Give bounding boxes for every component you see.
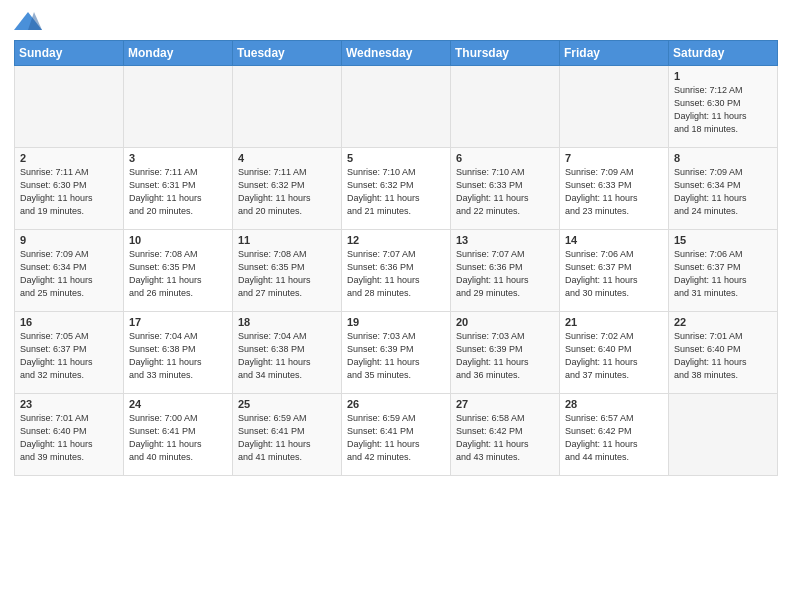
day-info: Sunrise: 7:06 AMSunset: 6:37 PMDaylight:… <box>674 248 772 300</box>
day-number: 21 <box>565 316 663 328</box>
day-cell <box>669 394 778 476</box>
day-number: 11 <box>238 234 336 246</box>
day-info: Sunrise: 7:07 AMSunset: 6:36 PMDaylight:… <box>456 248 554 300</box>
day-info: Sunrise: 7:01 AMSunset: 6:40 PMDaylight:… <box>674 330 772 382</box>
day-number: 10 <box>129 234 227 246</box>
day-cell: 23Sunrise: 7:01 AMSunset: 6:40 PMDayligh… <box>15 394 124 476</box>
day-cell: 18Sunrise: 7:04 AMSunset: 6:38 PMDayligh… <box>233 312 342 394</box>
day-cell: 22Sunrise: 7:01 AMSunset: 6:40 PMDayligh… <box>669 312 778 394</box>
day-cell <box>342 66 451 148</box>
day-info: Sunrise: 6:59 AMSunset: 6:41 PMDaylight:… <box>238 412 336 464</box>
day-cell: 16Sunrise: 7:05 AMSunset: 6:37 PMDayligh… <box>15 312 124 394</box>
week-row-2: 9Sunrise: 7:09 AMSunset: 6:34 PMDaylight… <box>15 230 778 312</box>
day-number: 2 <box>20 152 118 164</box>
day-number: 4 <box>238 152 336 164</box>
day-number: 16 <box>20 316 118 328</box>
weekday-sunday: Sunday <box>15 41 124 66</box>
page: SundayMondayTuesdayWednesdayThursdayFrid… <box>0 0 792 612</box>
weekday-header-row: SundayMondayTuesdayWednesdayThursdayFrid… <box>15 41 778 66</box>
day-number: 9 <box>20 234 118 246</box>
day-number: 3 <box>129 152 227 164</box>
day-cell: 14Sunrise: 7:06 AMSunset: 6:37 PMDayligh… <box>560 230 669 312</box>
day-cell: 26Sunrise: 6:59 AMSunset: 6:41 PMDayligh… <box>342 394 451 476</box>
day-cell: 25Sunrise: 6:59 AMSunset: 6:41 PMDayligh… <box>233 394 342 476</box>
day-number: 20 <box>456 316 554 328</box>
day-cell: 2Sunrise: 7:11 AMSunset: 6:30 PMDaylight… <box>15 148 124 230</box>
day-info: Sunrise: 6:58 AMSunset: 6:42 PMDaylight:… <box>456 412 554 464</box>
day-number: 14 <box>565 234 663 246</box>
week-row-1: 2Sunrise: 7:11 AMSunset: 6:30 PMDaylight… <box>15 148 778 230</box>
day-cell: 10Sunrise: 7:08 AMSunset: 6:35 PMDayligh… <box>124 230 233 312</box>
day-info: Sunrise: 7:04 AMSunset: 6:38 PMDaylight:… <box>238 330 336 382</box>
day-cell <box>560 66 669 148</box>
logo <box>14 10 46 32</box>
day-info: Sunrise: 7:03 AMSunset: 6:39 PMDaylight:… <box>456 330 554 382</box>
day-info: Sunrise: 7:09 AMSunset: 6:34 PMDaylight:… <box>20 248 118 300</box>
day-cell: 17Sunrise: 7:04 AMSunset: 6:38 PMDayligh… <box>124 312 233 394</box>
weekday-monday: Monday <box>124 41 233 66</box>
weekday-tuesday: Tuesday <box>233 41 342 66</box>
day-cell: 24Sunrise: 7:00 AMSunset: 6:41 PMDayligh… <box>124 394 233 476</box>
day-info: Sunrise: 7:12 AMSunset: 6:30 PMDaylight:… <box>674 84 772 136</box>
day-cell <box>15 66 124 148</box>
day-info: Sunrise: 7:10 AMSunset: 6:33 PMDaylight:… <box>456 166 554 218</box>
day-info: Sunrise: 7:08 AMSunset: 6:35 PMDaylight:… <box>129 248 227 300</box>
logo-icon <box>14 10 42 32</box>
day-cell: 15Sunrise: 7:06 AMSunset: 6:37 PMDayligh… <box>669 230 778 312</box>
day-cell: 6Sunrise: 7:10 AMSunset: 6:33 PMDaylight… <box>451 148 560 230</box>
day-number: 6 <box>456 152 554 164</box>
day-number: 13 <box>456 234 554 246</box>
day-info: Sunrise: 6:57 AMSunset: 6:42 PMDaylight:… <box>565 412 663 464</box>
day-number: 23 <box>20 398 118 410</box>
day-cell: 4Sunrise: 7:11 AMSunset: 6:32 PMDaylight… <box>233 148 342 230</box>
day-info: Sunrise: 7:09 AMSunset: 6:33 PMDaylight:… <box>565 166 663 218</box>
weekday-thursday: Thursday <box>451 41 560 66</box>
day-number: 5 <box>347 152 445 164</box>
day-number: 1 <box>674 70 772 82</box>
day-info: Sunrise: 7:02 AMSunset: 6:40 PMDaylight:… <box>565 330 663 382</box>
day-number: 12 <box>347 234 445 246</box>
day-cell <box>124 66 233 148</box>
day-number: 27 <box>456 398 554 410</box>
day-number: 17 <box>129 316 227 328</box>
day-cell: 19Sunrise: 7:03 AMSunset: 6:39 PMDayligh… <box>342 312 451 394</box>
header <box>14 10 778 32</box>
day-info: Sunrise: 7:11 AMSunset: 6:32 PMDaylight:… <box>238 166 336 218</box>
day-info: Sunrise: 7:11 AMSunset: 6:30 PMDaylight:… <box>20 166 118 218</box>
day-number: 22 <box>674 316 772 328</box>
day-cell <box>451 66 560 148</box>
day-number: 8 <box>674 152 772 164</box>
weekday-wednesday: Wednesday <box>342 41 451 66</box>
day-cell: 28Sunrise: 6:57 AMSunset: 6:42 PMDayligh… <box>560 394 669 476</box>
day-number: 26 <box>347 398 445 410</box>
day-cell: 5Sunrise: 7:10 AMSunset: 6:32 PMDaylight… <box>342 148 451 230</box>
day-info: Sunrise: 7:00 AMSunset: 6:41 PMDaylight:… <box>129 412 227 464</box>
day-cell: 8Sunrise: 7:09 AMSunset: 6:34 PMDaylight… <box>669 148 778 230</box>
day-info: Sunrise: 7:11 AMSunset: 6:31 PMDaylight:… <box>129 166 227 218</box>
day-number: 19 <box>347 316 445 328</box>
week-row-4: 23Sunrise: 7:01 AMSunset: 6:40 PMDayligh… <box>15 394 778 476</box>
day-cell: 1Sunrise: 7:12 AMSunset: 6:30 PMDaylight… <box>669 66 778 148</box>
day-cell: 21Sunrise: 7:02 AMSunset: 6:40 PMDayligh… <box>560 312 669 394</box>
day-number: 25 <box>238 398 336 410</box>
day-info: Sunrise: 7:03 AMSunset: 6:39 PMDaylight:… <box>347 330 445 382</box>
day-info: Sunrise: 7:07 AMSunset: 6:36 PMDaylight:… <box>347 248 445 300</box>
day-info: Sunrise: 7:09 AMSunset: 6:34 PMDaylight:… <box>674 166 772 218</box>
day-cell: 27Sunrise: 6:58 AMSunset: 6:42 PMDayligh… <box>451 394 560 476</box>
day-info: Sunrise: 7:08 AMSunset: 6:35 PMDaylight:… <box>238 248 336 300</box>
week-row-3: 16Sunrise: 7:05 AMSunset: 6:37 PMDayligh… <box>15 312 778 394</box>
weekday-friday: Friday <box>560 41 669 66</box>
day-cell <box>233 66 342 148</box>
day-cell: 11Sunrise: 7:08 AMSunset: 6:35 PMDayligh… <box>233 230 342 312</box>
day-info: Sunrise: 6:59 AMSunset: 6:41 PMDaylight:… <box>347 412 445 464</box>
day-info: Sunrise: 7:05 AMSunset: 6:37 PMDaylight:… <box>20 330 118 382</box>
day-cell: 7Sunrise: 7:09 AMSunset: 6:33 PMDaylight… <box>560 148 669 230</box>
day-cell: 12Sunrise: 7:07 AMSunset: 6:36 PMDayligh… <box>342 230 451 312</box>
day-number: 28 <box>565 398 663 410</box>
calendar: SundayMondayTuesdayWednesdayThursdayFrid… <box>14 40 778 476</box>
weekday-saturday: Saturday <box>669 41 778 66</box>
day-number: 24 <box>129 398 227 410</box>
day-info: Sunrise: 7:04 AMSunset: 6:38 PMDaylight:… <box>129 330 227 382</box>
day-info: Sunrise: 7:01 AMSunset: 6:40 PMDaylight:… <box>20 412 118 464</box>
day-number: 18 <box>238 316 336 328</box>
